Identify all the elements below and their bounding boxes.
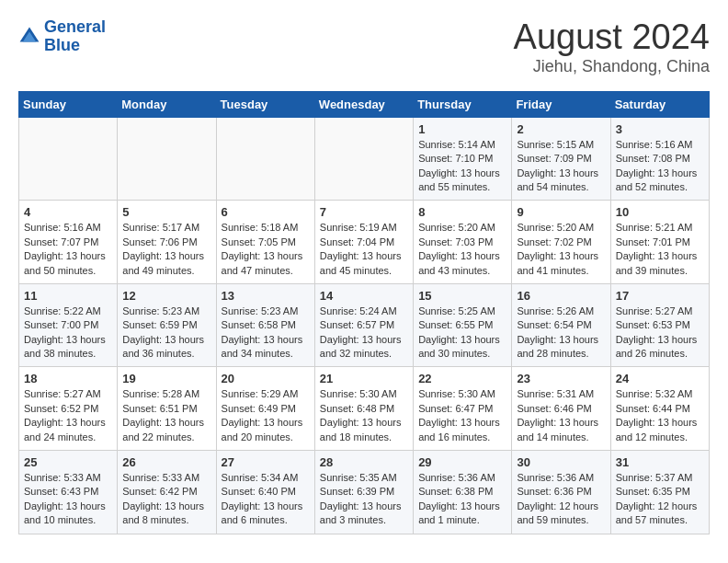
day-info: Sunrise: 5:36 AMSunset: 6:36 PMDaylight:… [517, 471, 605, 528]
day-info: Sunrise: 5:20 AMSunset: 7:03 PMDaylight:… [418, 221, 506, 278]
day-number: 16 [517, 289, 605, 303]
table-row: 8Sunrise: 5:20 AMSunset: 7:03 PMDaylight… [414, 201, 512, 284]
day-number: 15 [418, 289, 506, 303]
logo-icon [18, 26, 40, 48]
table-row: 12Sunrise: 5:23 AMSunset: 6:59 PMDayligh… [118, 283, 216, 367]
table-row: 11Sunrise: 5:22 AMSunset: 7:00 PMDayligh… [19, 283, 118, 367]
day-info: Sunrise: 5:22 AMSunset: 7:00 PMDaylight:… [24, 304, 112, 362]
table-row: 23Sunrise: 5:31 AMSunset: 6:46 PMDayligh… [512, 367, 610, 451]
day-info: Sunrise: 5:33 AMSunset: 6:43 PMDaylight:… [24, 471, 112, 528]
table-row: 7Sunrise: 5:19 AMSunset: 7:04 PMDaylight… [314, 201, 413, 284]
day-number: 17 [616, 289, 704, 303]
day-number: 11 [24, 289, 112, 303]
calendar-header: Sunday Monday Tuesday Wednesday Thursday… [19, 91, 710, 117]
day-info: Sunrise: 5:27 AMSunset: 6:53 PMDaylight:… [616, 304, 704, 362]
table-row: 15Sunrise: 5:25 AMSunset: 6:55 PMDayligh… [414, 283, 512, 367]
table-row: 6Sunrise: 5:18 AMSunset: 7:05 PMDaylight… [216, 201, 314, 284]
logo-text: General Blue [44, 18, 106, 55]
day-info: Sunrise: 5:34 AMSunset: 6:40 PMDaylight:… [222, 471, 310, 528]
table-row: 2Sunrise: 5:15 AMSunset: 7:09 PMDaylight… [512, 117, 610, 201]
day-number: 7 [320, 205, 408, 219]
day-number: 14 [320, 289, 408, 303]
day-number: 13 [222, 289, 310, 303]
table-row [216, 117, 314, 201]
day-number: 23 [517, 372, 605, 385]
table-row: 17Sunrise: 5:27 AMSunset: 6:53 PMDayligh… [610, 283, 709, 367]
table-row: 25Sunrise: 5:33 AMSunset: 6:43 PMDayligh… [19, 451, 118, 534]
table-row: 31Sunrise: 5:37 AMSunset: 6:35 PMDayligh… [610, 451, 709, 534]
day-info: Sunrise: 5:21 AMSunset: 7:01 PMDaylight:… [616, 221, 704, 278]
day-number: 4 [24, 205, 112, 219]
table-row: 13Sunrise: 5:23 AMSunset: 6:58 PMDayligh… [216, 283, 314, 367]
day-info: Sunrise: 5:36 AMSunset: 6:38 PMDaylight:… [418, 471, 506, 528]
day-info: Sunrise: 5:16 AMSunset: 7:07 PMDaylight:… [24, 221, 112, 278]
calendar-subtitle: Jiehu, Shandong, China [514, 57, 710, 76]
day-info: Sunrise: 5:25 AMSunset: 6:55 PMDaylight:… [418, 304, 506, 362]
table-row [314, 117, 413, 201]
day-info: Sunrise: 5:26 AMSunset: 6:54 PMDaylight:… [517, 304, 605, 362]
day-info: Sunrise: 5:33 AMSunset: 6:42 PMDaylight:… [122, 471, 210, 528]
day-number: 5 [122, 205, 210, 219]
title-block: August 2024 Jiehu, Shandong, China [514, 18, 710, 76]
day-number: 3 [616, 122, 704, 136]
day-number: 28 [320, 455, 408, 469]
day-info: Sunrise: 5:20 AMSunset: 7:02 PMDaylight:… [517, 221, 605, 278]
day-info: Sunrise: 5:31 AMSunset: 6:46 PMDaylight:… [517, 387, 605, 444]
table-row: 29Sunrise: 5:36 AMSunset: 6:38 PMDayligh… [414, 451, 512, 534]
table-row: 1Sunrise: 5:14 AMSunset: 7:10 PMDaylight… [414, 117, 512, 201]
day-info: Sunrise: 5:28 AMSunset: 6:51 PMDaylight:… [122, 387, 210, 444]
day-number: 18 [24, 372, 112, 385]
table-row: 14Sunrise: 5:24 AMSunset: 6:57 PMDayligh… [314, 283, 413, 367]
header-thursday: Thursday [414, 91, 512, 117]
table-row: 30Sunrise: 5:36 AMSunset: 6:36 PMDayligh… [512, 451, 610, 534]
table-row: 21Sunrise: 5:30 AMSunset: 6:48 PMDayligh… [314, 367, 413, 451]
day-number: 22 [418, 372, 506, 385]
day-number: 1 [418, 122, 506, 136]
table-row: 20Sunrise: 5:29 AMSunset: 6:49 PMDayligh… [216, 367, 314, 451]
day-info: Sunrise: 5:27 AMSunset: 6:52 PMDaylight:… [24, 387, 112, 444]
day-info: Sunrise: 5:16 AMSunset: 7:08 PMDaylight:… [616, 138, 704, 195]
day-info: Sunrise: 5:30 AMSunset: 6:48 PMDaylight:… [320, 387, 408, 444]
table-row: 28Sunrise: 5:35 AMSunset: 6:39 PMDayligh… [314, 451, 413, 534]
day-info: Sunrise: 5:19 AMSunset: 7:04 PMDaylight:… [320, 221, 408, 278]
table-row: 10Sunrise: 5:21 AMSunset: 7:01 PMDayligh… [610, 201, 709, 284]
day-info: Sunrise: 5:23 AMSunset: 6:59 PMDaylight:… [122, 304, 210, 362]
day-number: 31 [616, 455, 704, 469]
table-row: 26Sunrise: 5:33 AMSunset: 6:42 PMDayligh… [118, 451, 216, 534]
table-row: 16Sunrise: 5:26 AMSunset: 6:54 PMDayligh… [512, 283, 610, 367]
day-number: 6 [222, 205, 310, 219]
table-row [19, 117, 118, 201]
page-header: General Blue August 2024 Jiehu, Shandong… [18, 18, 710, 76]
table-row: 19Sunrise: 5:28 AMSunset: 6:51 PMDayligh… [118, 367, 216, 451]
day-number: 25 [24, 455, 112, 469]
day-info: Sunrise: 5:14 AMSunset: 7:10 PMDaylight:… [418, 138, 506, 195]
calendar-table: Sunday Monday Tuesday Wednesday Thursday… [18, 91, 710, 534]
table-row: 5Sunrise: 5:17 AMSunset: 7:06 PMDaylight… [118, 201, 216, 284]
day-info: Sunrise: 5:37 AMSunset: 6:35 PMDaylight:… [616, 471, 704, 528]
calendar-title: August 2024 [514, 18, 710, 57]
day-number: 29 [418, 455, 506, 469]
header-tuesday: Tuesday [216, 91, 314, 117]
day-number: 24 [616, 372, 704, 385]
day-number: 20 [222, 372, 310, 385]
header-monday: Monday [118, 91, 216, 117]
header-friday: Friday [512, 91, 610, 117]
header-wednesday: Wednesday [314, 91, 413, 117]
table-row: 22Sunrise: 5:30 AMSunset: 6:47 PMDayligh… [414, 367, 512, 451]
table-row: 4Sunrise: 5:16 AMSunset: 7:07 PMDaylight… [19, 201, 118, 284]
table-row: 27Sunrise: 5:34 AMSunset: 6:40 PMDayligh… [216, 451, 314, 534]
day-info: Sunrise: 5:15 AMSunset: 7:09 PMDaylight:… [517, 138, 605, 195]
header-saturday: Saturday [610, 91, 709, 117]
table-row [118, 117, 216, 201]
table-row: 3Sunrise: 5:16 AMSunset: 7:08 PMDaylight… [610, 117, 709, 201]
day-info: Sunrise: 5:30 AMSunset: 6:47 PMDaylight:… [418, 387, 506, 444]
day-info: Sunrise: 5:17 AMSunset: 7:06 PMDaylight:… [122, 221, 210, 278]
day-number: 21 [320, 372, 408, 385]
day-number: 26 [122, 455, 210, 469]
table-row: 18Sunrise: 5:27 AMSunset: 6:52 PMDayligh… [19, 367, 118, 451]
day-info: Sunrise: 5:18 AMSunset: 7:05 PMDaylight:… [222, 221, 310, 278]
table-row: 9Sunrise: 5:20 AMSunset: 7:02 PMDaylight… [512, 201, 610, 284]
day-info: Sunrise: 5:32 AMSunset: 6:44 PMDaylight:… [616, 387, 704, 444]
day-number: 9 [517, 205, 605, 219]
day-number: 30 [517, 455, 605, 469]
